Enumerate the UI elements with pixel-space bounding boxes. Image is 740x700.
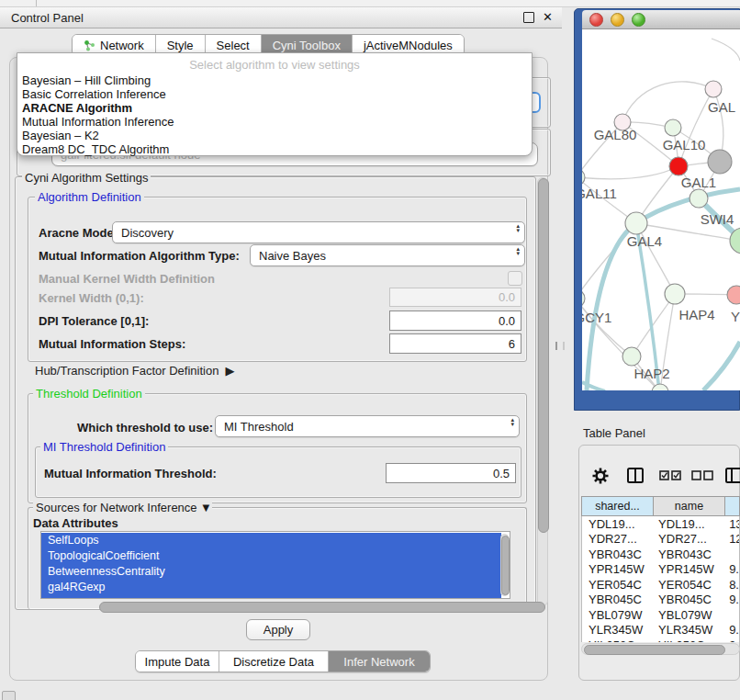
sources-group-title[interactable]: Sources for Network Inference ▼ [33, 501, 212, 514]
attribute-item[interactable] [41, 595, 501, 599]
float-window-icon[interactable] [523, 12, 534, 23]
dropdown-item[interactable]: ARACNE Algorithm [17, 101, 532, 115]
algorithm-dropdown-list: Bayesian – Hill ClimbingBasic Correlatio… [17, 73, 532, 156]
dropdown-item[interactable]: Mutual Information Inference [17, 115, 532, 129]
column-header-shared-name[interactable]: shared... [582, 497, 654, 515]
split-panel-icon[interactable] [628, 469, 643, 482]
table-cell: YBL079W [582, 608, 652, 622]
dropdown-item[interactable]: Basic Correlation Inference [17, 87, 532, 101]
tab-infer-network[interactable]: Infer Network [329, 651, 430, 672]
attribute-item[interactable]: TopologicalCoefficient [41, 548, 501, 564]
network-node-label: GAL10 [663, 137, 706, 152]
table-cell: 12 [723, 532, 739, 546]
table-cell: 13 [723, 517, 739, 531]
hub-definition-label: Hub/Transcription Factor Definition [35, 364, 219, 378]
table-panel-title: Table Panel [583, 426, 645, 440]
kernel-width-field[interactable]: 0.0 [389, 288, 521, 307]
combo-stepper-icon: ▴▾ [516, 247, 520, 256]
network-node[interactable] [727, 286, 740, 304]
network-node-label: GAL1 [681, 175, 716, 190]
combo-stepper-icon: ▴▾ [516, 224, 520, 233]
table-cell: 9 [723, 638, 739, 642]
network-node[interactable] [708, 150, 732, 174]
table-cell: YBR045C [582, 593, 652, 606]
sources-title-label: Sources for Network Inference [36, 501, 197, 514]
attr-items: SelfLoopsTopologicalCoefficientBetweenne… [41, 533, 501, 599]
table-cell: YLR345W [652, 623, 723, 637]
hub-definition-toggle[interactable]: Hub/Transcription Factor Definition ▶ [35, 364, 234, 378]
dropdown-item[interactable]: Dream8 DC_TDC Algorithm [17, 142, 532, 156]
close-icon[interactable]: ✕ [543, 12, 553, 23]
table-cell: YBR043C [582, 548, 652, 561]
data-attributes-list[interactable]: SelfLoopsTopologicalCoefficientBetweenne… [40, 531, 510, 599]
attribute-item[interactable]: gal4RGexp [41, 580, 501, 595]
column-header-partial[interactable] [725, 497, 739, 515]
table-cell: YER054C [652, 578, 723, 592]
table-hscrollbar[interactable] [581, 643, 740, 655]
network-node[interactable] [705, 81, 722, 97]
table-row[interactable]: YDL19...YDL19...13 [582, 516, 739, 532]
table-row[interactable]: YDR27...YDR27...12 [582, 532, 739, 548]
mi-steps-field[interactable]: 6 [389, 333, 521, 354]
manual-kernel-label: Manual Kernel Width Definition [39, 272, 215, 286]
mi-type-label: Mutual Information Algorithm Type: [39, 249, 240, 263]
mi-type-value: Naive Bayes [259, 249, 326, 263]
dropdown-item[interactable]: Bayesian – Hill Climbing [17, 73, 532, 87]
network-node-label: Y [731, 309, 740, 324]
network-node[interactable] [690, 189, 708, 208]
apply-button[interactable]: Apply [246, 619, 310, 640]
expand-right-icon: ▶ [225, 364, 234, 378]
which-threshold-combo[interactable]: MI Threshold ▴▾ [215, 415, 520, 437]
network-edge [582, 166, 678, 179]
table-rows[interactable]: YDL19...YDL19...13YDR27...YDR27...12YBR0… [581, 516, 740, 642]
dock-restore-icon[interactable] [2, 691, 16, 700]
network-node[interactable] [665, 119, 681, 136]
top-strip-divider [36, 0, 37, 6]
gear-icon[interactable] [593, 469, 609, 484]
mi-threshold-value: 0.5 [493, 467, 510, 480]
mac-close-button[interactable] [589, 13, 603, 27]
dropdown-item[interactable]: Bayesian – K2 [17, 129, 532, 142]
table-row[interactable]: YBR043CYBR043C [582, 547, 739, 562]
network-node-label: HAP4 [678, 307, 714, 322]
settings-vscrollbar-thumb[interactable] [538, 178, 549, 533]
algorithm-definition-title: Algorithm Definition [35, 190, 144, 204]
table-row[interactable]: YER054CYER054C8. [582, 577, 739, 593]
column-header-name[interactable]: name [654, 497, 725, 515]
network-node[interactable] [669, 157, 688, 175]
mi-type-combo[interactable]: Naive Bayes ▴▾ [250, 244, 525, 266]
settings-hscrollbar-thumb[interactable] [99, 602, 545, 613]
network-canvas[interactable]: GALGAL80GAL10GAL1GAL11SWI4GAL4GCY1HAP4YH… [582, 29, 740, 390]
dpi-tolerance-field[interactable]: 0.0 [389, 310, 521, 331]
network-node-label: GAL80 [594, 127, 637, 142]
table-cell: YIL052C [582, 638, 652, 642]
mi-threshold-group-title: MI Threshold Definition [40, 440, 168, 454]
table-row[interactable]: YIL052CYIL052C9 [582, 638, 739, 642]
network-node[interactable] [625, 212, 647, 234]
attribute-item[interactable]: SelfLoops [41, 533, 501, 548]
show-columns-icon[interactable] [660, 471, 680, 480]
attr-list-vscrollbar[interactable] [500, 534, 509, 596]
tab-discretize-data[interactable]: Discretize Data [219, 651, 329, 672]
table-cell: 9. [723, 623, 739, 637]
table-hscrollbar-thumb[interactable] [584, 645, 725, 655]
mi-threshold-field[interactable]: 0.5 [386, 463, 516, 483]
mac-zoom-button[interactable] [632, 13, 645, 27]
aracne-mode-combo[interactable]: Discovery ▴▾ [112, 221, 525, 243]
network-node[interactable] [582, 289, 585, 308]
function-builder-icon[interactable] [726, 469, 740, 482]
network-node[interactable] [665, 284, 685, 304]
manual-kernel-checkbox[interactable] [508, 271, 522, 286]
tab-impute-data[interactable]: Impute Data [136, 651, 219, 672]
network-node[interactable] [622, 347, 641, 366]
table-row[interactable]: YLR345WYLR345W9. [582, 623, 739, 638]
hide-columns-icon[interactable] [692, 471, 712, 480]
table-row[interactable]: YBL079WYBL079W [582, 607, 739, 623]
table-row[interactable]: YPR145WYPR145W9. [582, 562, 739, 578]
table-row[interactable]: YBR045CYBR045C9. [582, 593, 739, 608]
attribute-item[interactable]: BetweennessCentrality [41, 564, 501, 580]
settings-vscrollbar[interactable] [537, 177, 548, 606]
splitter-grip[interactable] [555, 342, 565, 350]
network-window-titlebar[interactable] [582, 10, 740, 29]
mac-minimize-button[interactable] [611, 13, 624, 27]
